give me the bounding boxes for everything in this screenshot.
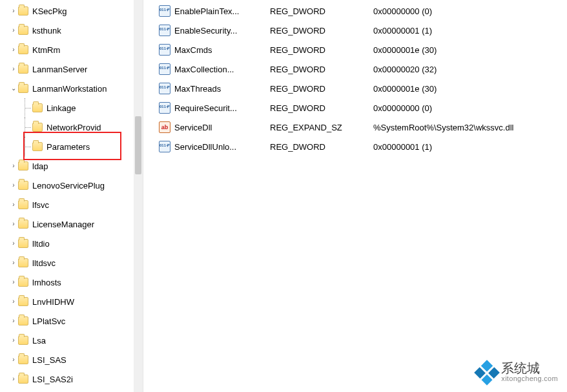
value-type: REG_DWORD: [270, 103, 373, 113]
tree-label: Lsa: [32, 336, 46, 346]
tree-label: LSI_SAS2i: [32, 375, 73, 384]
value-name: ServiceDllUnlo...: [174, 142, 270, 152]
reg-dword-icon: [159, 141, 170, 152]
tree-item[interactable]: Linkage: [0, 98, 143, 118]
tree-label: Linkage: [46, 103, 76, 113]
tree-label: KtmRm: [32, 45, 60, 55]
folder-icon: [18, 181, 28, 190]
value-data: 0x00000020 (32): [373, 65, 567, 74]
tree-item[interactable]: ›LSI_SAS: [0, 350, 143, 369]
value-row[interactable]: MaxCmdsREG_DWORD0x0000001e (30): [159, 40, 567, 59]
value-row[interactable]: EnableSecurity...REG_DWORD0x00000001 (1): [159, 21, 567, 40]
value-type: REG_DWORD: [270, 26, 373, 36]
value-row[interactable]: ServiceDllREG_EXPAND_SZ%SystemRoot%\Syst…: [159, 118, 567, 137]
twisty-collapsed-icon[interactable]: ›: [9, 21, 18, 40]
tree-label: lltdio: [32, 239, 50, 249]
tree-connector: [21, 137, 32, 156]
value-row[interactable]: RequireSecurit...REG_DWORD0x00000000 (0): [159, 98, 567, 118]
twisty-collapsed-icon[interactable]: ›: [9, 311, 18, 331]
value-name: ServiceDll: [174, 123, 270, 132]
tree-panel: ›KSecPkg›ksthunk›KtmRm›LanmanServer⌄Lanm…: [0, 0, 143, 392]
reg-dword-icon: [159, 25, 170, 36]
value-data: 0x0000001e (30): [373, 84, 567, 94]
tree-item[interactable]: ›KtmRm: [0, 40, 143, 59]
folder-icon: [18, 26, 28, 35]
tree-item[interactable]: ›LnvHIDHW: [0, 292, 143, 311]
tree-label: KSecPkg: [32, 6, 67, 16]
twisty-collapsed-icon[interactable]: ›: [9, 59, 18, 79]
folder-icon: [18, 45, 28, 54]
tree-item[interactable]: ›LSI_SAS2i: [0, 369, 143, 389]
reg-string-icon: [159, 121, 170, 133]
folder-icon: [18, 355, 28, 364]
value-type: REG_DWORD: [270, 65, 373, 74]
twisty-collapsed-icon[interactable]: ›: [9, 156, 18, 176]
tree-label: LicenseManager: [32, 220, 94, 229]
reg-dword-icon: [159, 63, 170, 75]
tree-label: Parameters: [46, 142, 90, 152]
value-row[interactable]: MaxThreadsREG_DWORD0x0000001e (30): [159, 79, 567, 98]
twisty-expanded-icon[interactable]: ⌄: [9, 79, 18, 98]
tree-label: LnvHIDHW: [32, 297, 74, 307]
tree-connector: [21, 118, 32, 137]
tree-view[interactable]: ›KSecPkg›ksthunk›KtmRm›LanmanServer⌄Lanm…: [0, 0, 143, 392]
tree-item[interactable]: ›LSI_SAS3i: [0, 389, 143, 392]
twisty-collapsed-icon[interactable]: ›: [9, 350, 18, 369]
twisty-collapsed-icon[interactable]: ›: [9, 292, 18, 311]
twisty-collapsed-icon[interactable]: ›: [9, 253, 18, 273]
tree-item[interactable]: ›Lsa: [0, 331, 143, 350]
folder-icon: [32, 103, 43, 112]
tree-item[interactable]: ⌄LanmanWorkstation: [0, 79, 143, 98]
reg-dword-icon: [159, 44, 170, 56]
tree-item[interactable]: ›ldap: [0, 156, 143, 176]
reg-dword-icon: [159, 102, 170, 114]
tree-item[interactable]: ›ksthunk: [0, 21, 143, 40]
twisty-collapsed-icon[interactable]: ›: [9, 1, 18, 21]
value-type: REG_DWORD: [270, 142, 373, 152]
folder-icon: [18, 200, 28, 209]
twisty-collapsed-icon[interactable]: ›: [9, 369, 18, 389]
tree-scrollbar[interactable]: [134, 0, 143, 392]
value-row[interactable]: MaxCollection...REG_DWORD0x00000020 (32): [159, 59, 567, 79]
tree-item[interactable]: Parameters: [0, 137, 143, 156]
twisty-collapsed-icon[interactable]: ›: [9, 40, 18, 59]
twisty-collapsed-icon[interactable]: ›: [9, 331, 18, 350]
tree-item[interactable]: ›LenovoServicePlug: [0, 176, 143, 195]
value-name: MaxCollection...: [174, 65, 270, 74]
folder-icon: [18, 336, 28, 345]
twisty-collapsed-icon[interactable]: ›: [9, 234, 18, 253]
twisty-collapsed-icon[interactable]: ›: [9, 176, 18, 195]
regedit-window: ›KSecPkg›ksthunk›KtmRm›LanmanServer⌄Lanm…: [0, 0, 567, 392]
twisty-collapsed-icon[interactable]: ›: [9, 273, 18, 292]
value-type: REG_DWORD: [270, 84, 373, 94]
tree-label: LPlatSvc: [32, 316, 65, 326]
tree-connector: [21, 98, 32, 118]
value-data: %SystemRoot%\System32\wkssvc.dll: [373, 123, 567, 132]
value-list[interactable]: EnablePlainTex...REG_DWORD0x00000000 (0)…: [143, 0, 567, 392]
value-data: 0x00000000 (0): [373, 103, 567, 113]
twisty-collapsed-icon[interactable]: ›: [9, 195, 18, 214]
twisty-collapsed-icon[interactable]: ›: [9, 389, 18, 392]
tree-item[interactable]: ›LicenseManager: [0, 214, 143, 234]
value-name: MaxThreads: [174, 84, 270, 94]
twisty-collapsed-icon[interactable]: ›: [9, 214, 18, 234]
value-row[interactable]: EnablePlainTex...REG_DWORD0x00000000 (0): [159, 1, 567, 21]
value-type: REG_DWORD: [270, 45, 373, 55]
tree-item[interactable]: ›lmhosts: [0, 273, 143, 292]
tree-item[interactable]: ›lltdsvc: [0, 253, 143, 273]
tree-item[interactable]: NetworkProvid: [0, 118, 143, 137]
tree-label: lfsvc: [32, 200, 49, 210]
tree-item[interactable]: ›lfsvc: [0, 195, 143, 214]
folder-icon: [18, 220, 28, 229]
folder-icon: [18, 258, 28, 267]
value-type: REG_EXPAND_SZ: [270, 123, 373, 132]
tree-item[interactable]: ›lltdio: [0, 234, 143, 253]
tree-item[interactable]: ›LPlatSvc: [0, 311, 143, 331]
tree-item[interactable]: ›LanmanServer: [0, 59, 143, 79]
tree-label: lmhosts: [32, 278, 61, 287]
scrollbar-thumb[interactable]: [135, 116, 141, 174]
value-row[interactable]: ServiceDllUnlo...REG_DWORD0x00000001 (1): [159, 137, 567, 156]
folder-icon: [18, 297, 28, 306]
tree-item[interactable]: ›KSecPkg: [0, 1, 143, 21]
folder-icon: [18, 161, 28, 170]
